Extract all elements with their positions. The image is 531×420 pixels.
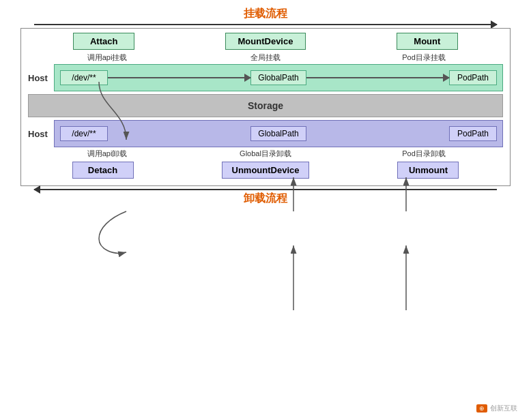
detach-button[interactable]: Detach xyxy=(72,162,134,179)
top-title: 挂载流程 xyxy=(14,7,517,21)
unmount-device-label: Global目录卸载 xyxy=(186,149,345,159)
global-path-blue: GlobalPath xyxy=(250,126,306,141)
storage-bar: Storage xyxy=(28,94,503,117)
mount-device-button[interactable]: MountDevice xyxy=(225,33,306,50)
watermark-logo: ⊕ xyxy=(476,404,487,412)
host-green-section: Host /dev/** GlobalPath PodPath xyxy=(28,64,503,91)
attach-label: 调用api挂载 xyxy=(28,52,186,63)
top-action-row: Attach MountDevice Mount xyxy=(28,33,503,50)
detach-label: 调用api卸载 xyxy=(28,149,186,159)
unmount-button[interactable]: Unmount xyxy=(397,162,459,179)
global-path-green: GlobalPath xyxy=(250,70,306,85)
host-bar-blue: /dev/** GlobalPath PodPath xyxy=(54,120,503,147)
host-label-green: Host xyxy=(28,73,54,83)
bottom-arrow xyxy=(34,189,497,190)
diagram-box: Attach MountDevice Mount 调用api挂载 全局挂载 Po… xyxy=(20,28,511,186)
bottom-action-row: Detach UnmountDevice Unmount xyxy=(28,162,503,179)
arrow-dev-blue-to-green xyxy=(99,211,126,253)
unmount-label: Pod目录卸载 xyxy=(345,149,503,159)
unmount-device-button[interactable]: UnmountDevice xyxy=(222,162,310,179)
pod-path-green: PodPath xyxy=(449,70,497,85)
bottom-arrow-line xyxy=(34,189,497,190)
dev-path-blue: /dev/** xyxy=(60,126,108,141)
top-label-row: 调用api挂载 全局挂载 Pod目录挂载 xyxy=(28,52,503,63)
host-blue-section: Host /dev/** GlobalPath PodPath xyxy=(28,120,503,147)
arrow-global-to-pod-green xyxy=(306,77,449,78)
top-arrow xyxy=(34,24,497,25)
dev-path-green: /dev/** xyxy=(60,70,108,85)
arrow-dev-to-global-green xyxy=(108,77,250,78)
bottom-label-row: 调用api卸载 Global目录卸载 Pod目录卸载 xyxy=(28,149,503,159)
mount-label: Pod目录挂载 xyxy=(345,52,503,63)
mount-device-label: 全局挂载 xyxy=(186,52,345,63)
attach-button[interactable]: Attach xyxy=(73,33,134,50)
watermark: ⊕ 创新互联 xyxy=(476,404,517,413)
page-container: 挂载流程 Attach MountDevice Mount 调用api挂载 全局… xyxy=(0,0,531,420)
host-bar-green: /dev/** GlobalPath PodPath xyxy=(54,64,503,91)
mount-button[interactable]: Mount xyxy=(397,33,458,50)
bottom-title: 卸载流程 xyxy=(14,192,517,206)
top-arrow-line xyxy=(34,24,497,25)
host-label-blue: Host xyxy=(28,129,54,139)
pod-path-blue: PodPath xyxy=(449,126,497,141)
watermark-text: 创新互联 xyxy=(490,404,517,413)
